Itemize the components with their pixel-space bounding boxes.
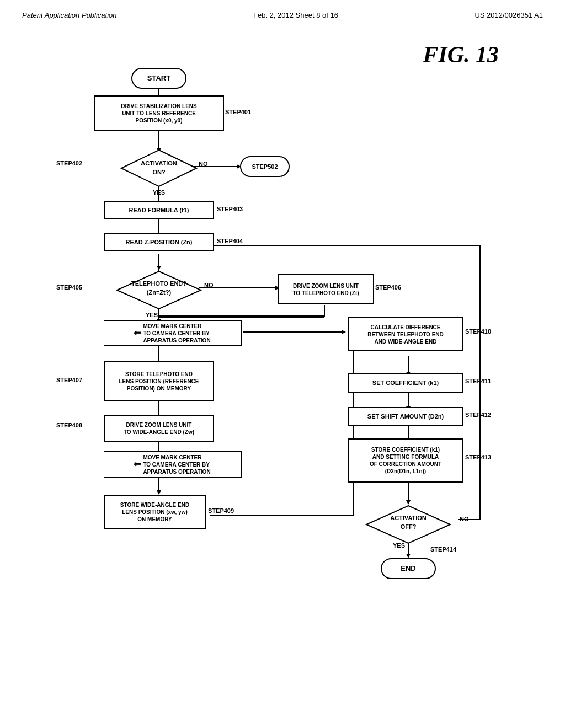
yes-label-2: YES <box>146 312 158 318</box>
step411-box: SET COEFFICIENT (k1) <box>348 373 463 393</box>
step405-label: STEP405 <box>56 284 82 291</box>
no-label-1: NO <box>199 160 208 167</box>
step411-label: STEP411 <box>465 378 491 384</box>
move-mark-2-box: ⇐ MOVE MARK CENTER TO CAMERA CENTER BY A… <box>104 451 242 478</box>
step406-box: DRIVE ZOOM LENS UNIT TO TELEPHOTO END (Z… <box>278 274 374 304</box>
step406-label: STEP406 <box>375 284 401 291</box>
page: Patent Application Publication Feb. 2, 2… <box>0 0 565 728</box>
no-label-3: NO <box>460 516 469 522</box>
step413-box: STORE COEFFICIENT (k1) AND SETTING FORMU… <box>348 438 463 483</box>
activation-off-diamond: ACTIVATION OFF? <box>365 505 451 544</box>
flowchart-arrows <box>22 36 543 698</box>
svg-text:(Zn=Zt?): (Zn=Zt?) <box>147 289 172 296</box>
step410-box: CALCULATE DIFFERENCE BETWEEN TELEPHOTO E… <box>348 317 463 351</box>
svg-marker-11 <box>157 266 161 270</box>
svg-text:ON?: ON? <box>152 169 166 175</box>
svg-marker-41 <box>406 554 411 558</box>
header-right: US 2012/0026351 A1 <box>475 11 543 19</box>
no-label-2: NO <box>204 282 214 288</box>
step402-diamond: ACTIVATION ON? <box>120 149 198 188</box>
svg-marker-31 <box>342 330 346 334</box>
step404-box: READ Z-POSITION (Zn) <box>104 233 214 251</box>
header-center: Feb. 2, 2012 Sheet 8 of 16 <box>253 11 338 19</box>
step401-label: STEP401 <box>225 109 251 115</box>
svg-marker-26 <box>157 490 161 495</box>
step409-label: STEP409 <box>208 507 234 514</box>
step407-box: STORE TELEPHOTO END LENS POSITION (REFER… <box>104 361 214 401</box>
step410-label: STEP410 <box>465 328 491 335</box>
diagram-area: FIG. 13 <box>22 36 543 698</box>
move-mark-1-box: ⇐ MOVE MARK CENTER TO CAMERA CENTER BY A… <box>104 320 242 346</box>
svg-marker-48 <box>121 150 196 186</box>
svg-text:ACTIVATION: ACTIVATION <box>141 160 177 167</box>
header-left: Patent Application Publication <box>22 11 117 19</box>
start-node: START <box>131 68 186 89</box>
fig-title: FIG. 13 <box>423 41 499 68</box>
svg-text:TELEPHOTO END?: TELEPHOTO END? <box>131 280 186 287</box>
step409-box: STORE WIDE-ANGLE END LENS POSITION (xw, … <box>104 495 206 529</box>
step407-label: STEP407 <box>56 377 82 383</box>
end-node: END <box>381 558 436 579</box>
step401-box: DRIVE STABILIZATION LENS UNIT TO LENS RE… <box>94 95 224 131</box>
svg-marker-39 <box>406 500 411 505</box>
step412-box: SET SHIFT AMOUNT (D2n) <box>348 407 463 426</box>
svg-text:ACTIVATION: ACTIVATION <box>390 515 427 521</box>
step413-label: STEP413 <box>465 454 491 461</box>
header: Patent Application Publication Feb. 2, 2… <box>22 11 543 19</box>
yes-label-3: YES <box>393 542 405 549</box>
step408-box: DRIVE ZOOM LENS UNIT TO WIDE-ANGLE END (… <box>104 415 214 442</box>
svg-text:OFF?: OFF? <box>401 523 417 530</box>
step414-label: STEP414 <box>430 546 456 553</box>
step412-label: STEP412 <box>465 411 491 418</box>
step408-label: STEP408 <box>56 422 82 429</box>
yes-label-1: YES <box>153 189 165 196</box>
step405-diamond: TELEPHOTO END? (Zn=Zt?) <box>116 270 202 310</box>
step403-label: STEP403 <box>217 206 243 212</box>
step502-box: STEP502 <box>240 156 290 177</box>
step402-label: STEP402 <box>56 160 82 167</box>
step404-label: STEP404 <box>217 238 243 244</box>
step403-box: READ FORMULA (f1) <box>104 201 214 219</box>
